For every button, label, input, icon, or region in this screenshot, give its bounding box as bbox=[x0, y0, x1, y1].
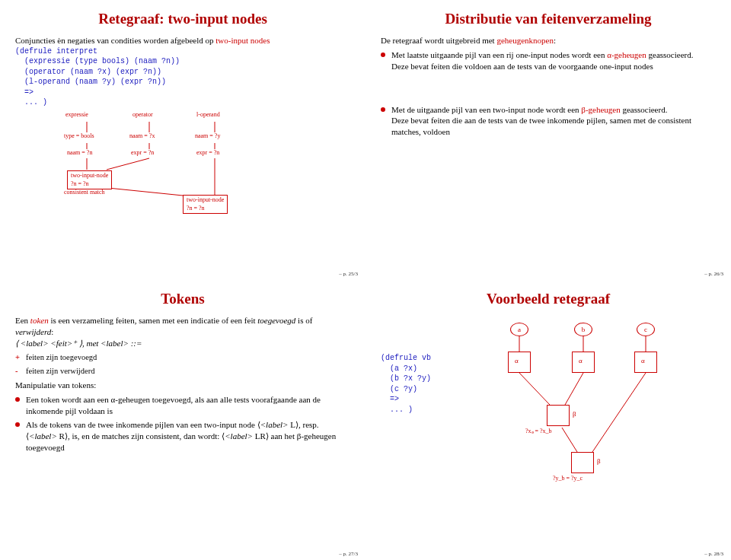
slide-title: Distributie van feitenverzameling bbox=[381, 11, 716, 27]
alpha-box-c bbox=[634, 352, 657, 373]
consistent-match-label: consistent match bbox=[64, 189, 105, 197]
bullet-beta: Met de uitgaande pijl van een two-input … bbox=[381, 104, 716, 138]
grammar-line: ⟨ <label> <feit>⁺ ⟩, met <label> ::= bbox=[15, 338, 350, 349]
bullet-alpha-rule: Een token wordt aan een α-geheugen toege… bbox=[15, 394, 350, 417]
slide-title: Retegraaf: two-input nodes bbox=[15, 11, 350, 27]
code-block: (defrule vb (a ?x) (b ?x ?y) (c ?y) => .… bbox=[381, 353, 480, 415]
two-input-node-label-2: two-input-node bbox=[187, 196, 224, 205]
bullet-beta-rule: Als de tokens van de twee inkomende pijl… bbox=[15, 419, 350, 453]
t: <label> bbox=[29, 431, 57, 441]
cell-expr-n-1: expr = ?n bbox=[131, 149, 154, 158]
bullet-alpha: Met laatste uitgaande pijl van een rij o… bbox=[381, 49, 716, 72]
col-loperand: l-operand bbox=[196, 111, 220, 119]
diagram-lines bbox=[61, 113, 289, 227]
t: Als de tokens van de twee inkomende pijl… bbox=[26, 420, 260, 429]
t: <label> bbox=[225, 431, 253, 441]
t: toegevoegd bbox=[257, 316, 295, 325]
para-intro: De retegraaf wordt uitgebreid met geheug… bbox=[381, 35, 716, 46]
text: Deze bevat feiten die voldoen aan de tes… bbox=[391, 62, 653, 71]
alpha-box-a bbox=[508, 352, 531, 373]
t: R⟩, is, en de matches zijn consistent, d… bbox=[57, 431, 225, 441]
node-b: b bbox=[574, 323, 592, 336]
cell-expr-n-2: expr = ?n bbox=[196, 149, 219, 158]
intro-text-b: two-input nodes bbox=[215, 36, 270, 45]
slide-title: Voorbeeld retegraaf bbox=[381, 291, 716, 307]
beta-label-2: β bbox=[597, 457, 601, 466]
svg-line-9 bbox=[101, 187, 190, 196]
para-definition: Een token is een verzameling feiten, sam… bbox=[15, 315, 350, 338]
text-red: -geheugen bbox=[611, 50, 646, 59]
slide-distributie: Distributie van feitenverzameling De ret… bbox=[366, 0, 731, 280]
beta-label-1: β bbox=[573, 409, 576, 418]
slide-body: De retegraaf wordt uitgebreid met geheug… bbox=[381, 35, 716, 138]
text: De retegraaf wordt uitgebreid met bbox=[381, 36, 496, 45]
eqn-label-2: ?n = ?n bbox=[187, 205, 224, 213]
svg-line-16 bbox=[592, 373, 646, 452]
t: feiten zijn toegevoegd bbox=[26, 353, 97, 361]
slide-retegraaf-two-input: Retegraaf: two-input nodes Conjuncties è… bbox=[0, 0, 366, 280]
t: is of bbox=[295, 316, 312, 325]
t: verwijderd bbox=[15, 327, 51, 336]
alpha-label-a: α bbox=[515, 356, 519, 365]
alpha-box-b bbox=[572, 352, 595, 373]
text: Met laatste uitgaande pijl van een rij o… bbox=[391, 50, 607, 59]
code-block: (defrule interpret (expressie (type bool… bbox=[15, 46, 350, 108]
svg-line-14 bbox=[565, 373, 583, 405]
slide-body: Een token is een verzameling feiten, sam… bbox=[15, 315, 350, 453]
cell-naam-x: naam = ?x bbox=[129, 132, 155, 141]
intro-text-a: Conjuncties èn negaties van condities wo… bbox=[15, 36, 214, 45]
sub-plus: feiten zijn toegevoegd bbox=[15, 352, 350, 363]
eqn-label-1: ?n = ?n bbox=[71, 180, 108, 189]
diagram-voorbeeld: a b c α α α β ?xₐ = ?x_b β ?y_b = ?y_c bbox=[495, 315, 670, 498]
intro-line: Conjuncties èn negaties van condities wo… bbox=[15, 35, 350, 46]
t: is een verzameling feiten, samen met een… bbox=[49, 316, 258, 325]
node-a: a bbox=[510, 323, 528, 336]
t: Een token wordt aan een bbox=[26, 395, 110, 404]
t: : bbox=[51, 327, 53, 336]
svg-line-5 bbox=[107, 158, 149, 170]
t: feiten zijn verwijderd bbox=[26, 367, 94, 375]
box-two-input-1: two-input-node ?n = ?n bbox=[67, 170, 112, 190]
slide-body: Conjuncties èn negaties van condities wo… bbox=[15, 35, 350, 227]
slide-title: Tokens bbox=[15, 291, 350, 307]
eq-yb-yc: ?y_b = ?y_c bbox=[553, 475, 583, 483]
page-number: – p. 28/3 bbox=[704, 551, 723, 557]
svg-line-13 bbox=[519, 373, 550, 405]
svg-line-15 bbox=[562, 428, 577, 452]
text: : bbox=[554, 36, 556, 45]
page-number: – p. 26/3 bbox=[704, 271, 723, 277]
beta-box-1 bbox=[547, 405, 570, 426]
t: Een bbox=[15, 316, 30, 325]
text: geassocieerd. bbox=[621, 105, 668, 114]
slide-body: (defrule vb (a ?x) (b ?x ?y) (c ?y) => .… bbox=[381, 315, 716, 498]
sub-minus: feiten zijn verwijderd bbox=[15, 366, 350, 377]
alpha-label-c: α bbox=[641, 356, 645, 365]
slide-tokens: Tokens Een token is een verzameling feit… bbox=[0, 280, 366, 560]
text: geassocieerd. bbox=[646, 50, 694, 59]
page-number: – p. 25/3 bbox=[339, 271, 358, 277]
cell-naam-n: naam = ?n bbox=[67, 149, 92, 158]
grammar-text: ⟨ <label> <feit>⁺ ⟩, met <label> ::= bbox=[15, 339, 142, 348]
col-operator: operator bbox=[132, 111, 153, 119]
diagram-retegraaf: expressie operator l-operand type = bool… bbox=[61, 113, 289, 227]
t: <label> bbox=[260, 420, 289, 429]
eq-xa-xb: ?xₐ = ?x_b bbox=[525, 428, 552, 436]
two-input-node-label-1: two-input-node bbox=[71, 172, 108, 180]
node-c: c bbox=[637, 323, 655, 336]
text: Met de uitgaande pijl van een two-input … bbox=[391, 105, 581, 114]
page-number: – p. 27/3 bbox=[339, 551, 358, 557]
cell-naam-y: naam = ?y bbox=[195, 132, 220, 141]
text: Deze bevat feiten die aan de tests van d… bbox=[391, 116, 691, 136]
cell-type-bools: type = bools bbox=[64, 132, 94, 141]
beta-box-2 bbox=[571, 452, 594, 473]
t: LR⟩ aan het bbox=[253, 431, 297, 441]
col-expressie: expressie bbox=[65, 111, 88, 119]
box-two-input-2: two-input-node ?n = ?n bbox=[183, 195, 228, 215]
text-red: geheugenknopen bbox=[496, 36, 554, 45]
text-red: -geheugen bbox=[586, 105, 621, 114]
para-manipulatie: Manipulatie van tokens: bbox=[15, 380, 350, 391]
alpha-label-b: α bbox=[579, 356, 583, 365]
token-term: token bbox=[30, 316, 49, 325]
slide-voorbeeld: Voorbeeld retegraaf (defrule vb (a ?x) (… bbox=[366, 280, 731, 560]
